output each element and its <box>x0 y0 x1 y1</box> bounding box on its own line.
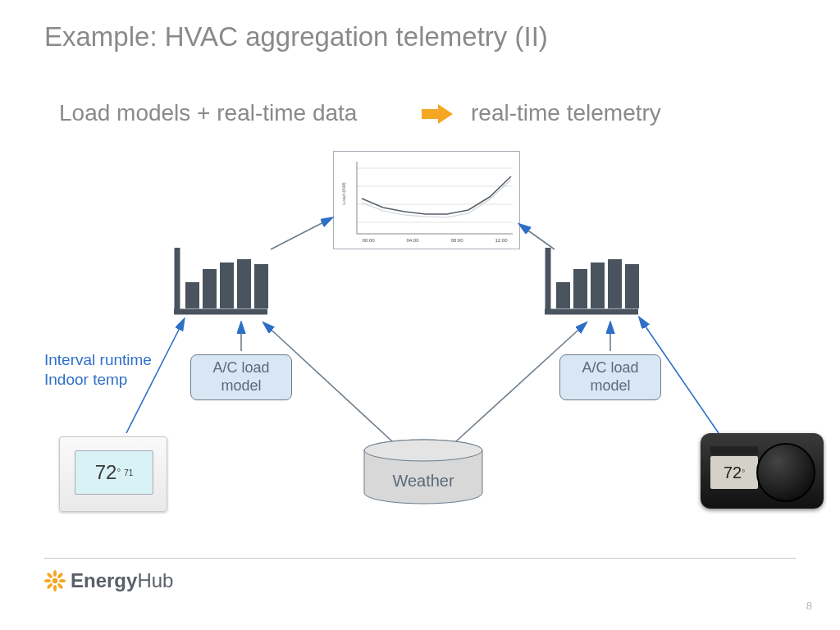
logo-text-light: Hub <box>137 569 173 592</box>
svg-point-37 <box>57 582 63 589</box>
svg-point-41 <box>46 572 52 578</box>
logo-text-bold: Energy <box>71 569 137 592</box>
svg-point-33 <box>52 578 57 583</box>
footer-divider <box>44 558 796 559</box>
svg-line-30 <box>456 323 586 441</box>
burst-icon <box>44 570 66 591</box>
svg-line-29 <box>264 323 392 441</box>
slide: Example: HVAC aggregation telemetry (II)… <box>0 0 840 630</box>
svg-point-34 <box>53 570 57 577</box>
svg-point-39 <box>46 582 52 589</box>
svg-line-31 <box>271 218 331 249</box>
svg-line-32 <box>520 225 555 249</box>
svg-point-38 <box>53 585 57 591</box>
svg-point-35 <box>57 572 63 578</box>
arrow-icon <box>0 0 840 630</box>
svg-point-40 <box>44 579 51 582</box>
page-number: 8 <box>806 600 812 612</box>
svg-point-36 <box>59 579 66 582</box>
energyhub-logo: EnergyHub <box>44 569 173 592</box>
